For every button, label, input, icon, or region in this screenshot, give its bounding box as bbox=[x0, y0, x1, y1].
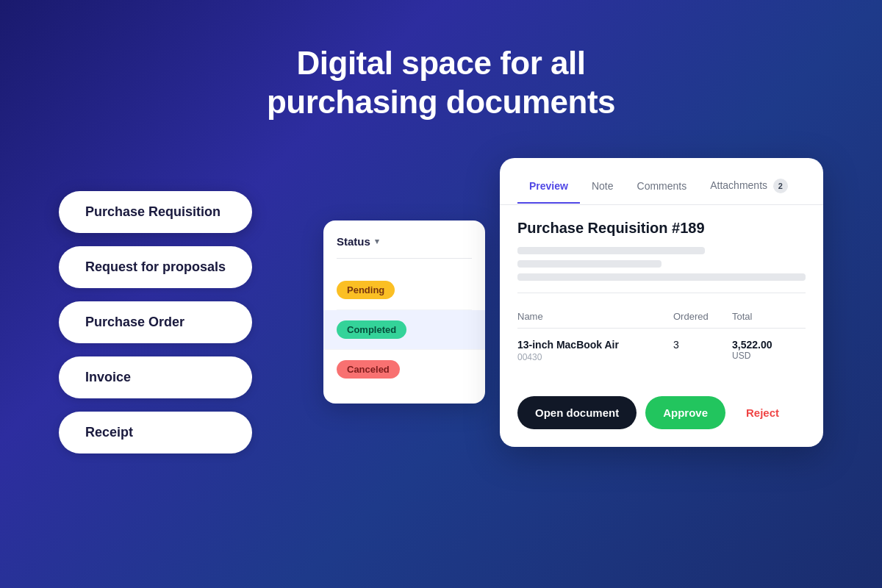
status-header-label: Status bbox=[337, 235, 370, 248]
table-row: 13-inch MacBook Air 00430 3 3,522.00 USD bbox=[517, 331, 806, 370]
preview-card: Preview Note Comments Attachments 2 Purc… bbox=[500, 158, 823, 447]
status-row-pending[interactable]: Pending bbox=[337, 270, 472, 310]
hero-title-line2: purchasing documents bbox=[267, 84, 615, 120]
hero-title-line1: Digital space for all bbox=[297, 45, 586, 81]
skeleton-line-3 bbox=[517, 273, 806, 281]
menu-item-request-for-proposals[interactable]: Request for proposals bbox=[59, 246, 252, 288]
item-ordered: 3 bbox=[673, 339, 732, 362]
status-card: Status ▾ Pending Completed Canceled bbox=[323, 220, 485, 404]
col-header-name: Name bbox=[517, 311, 673, 322]
chevron-down-icon: ▾ bbox=[375, 237, 379, 246]
status-badge-canceled: Canceled bbox=[337, 360, 400, 379]
reject-button[interactable]: Reject bbox=[734, 396, 791, 429]
item-name-cell: 13-inch MacBook Air 00430 bbox=[517, 339, 673, 362]
hero-title: Digital space for all purchasing documen… bbox=[0, 0, 882, 122]
tab-comments[interactable]: Comments bbox=[625, 174, 699, 204]
divider bbox=[517, 293, 806, 293]
item-code: 00430 bbox=[517, 352, 673, 362]
tab-preview[interactable]: Preview bbox=[517, 174, 580, 204]
menu-item-purchase-order[interactable]: Purchase Order bbox=[59, 301, 252, 343]
item-name: 13-inch MacBook Air bbox=[517, 339, 673, 351]
col-header-total: Total bbox=[732, 311, 806, 322]
item-total-cell: 3,522.00 USD bbox=[732, 339, 806, 362]
tab-note[interactable]: Note bbox=[580, 174, 625, 204]
attachments-badge: 2 bbox=[773, 179, 788, 193]
status-badge-completed: Completed bbox=[337, 320, 406, 339]
approve-button[interactable]: Approve bbox=[645, 396, 725, 429]
preview-actions: Open document Approve Reject bbox=[500, 384, 823, 447]
skeleton-line-2 bbox=[517, 260, 662, 268]
tab-attachments-label: Attachments bbox=[710, 179, 767, 191]
status-row-canceled[interactable]: Canceled bbox=[337, 350, 472, 389]
skeleton-line-1 bbox=[517, 247, 705, 254]
left-menu: Purchase Requisition Request for proposa… bbox=[59, 191, 252, 453]
status-badge-pending: Pending bbox=[337, 281, 395, 299]
document-title: Purchase Requisition #189 bbox=[517, 220, 806, 237]
menu-item-purchase-requisition[interactable]: Purchase Requisition bbox=[59, 191, 252, 233]
item-total: 3,522.00 bbox=[732, 339, 806, 351]
preview-content: Purchase Requisition #189 Name Ordered T… bbox=[500, 205, 823, 384]
preview-tabs: Preview Note Comments Attachments 2 bbox=[500, 158, 823, 205]
table-header: Name Ordered Total bbox=[517, 305, 806, 329]
status-header: Status ▾ bbox=[337, 235, 472, 259]
item-currency: USD bbox=[732, 351, 806, 361]
tab-attachments[interactable]: Attachments 2 bbox=[698, 173, 800, 205]
menu-item-receipt[interactable]: Receipt bbox=[59, 412, 252, 453]
open-document-button[interactable]: Open document bbox=[517, 396, 637, 429]
menu-item-invoice[interactable]: Invoice bbox=[59, 356, 252, 398]
col-header-ordered: Ordered bbox=[673, 311, 732, 322]
status-row-completed[interactable]: Completed bbox=[323, 310, 485, 350]
